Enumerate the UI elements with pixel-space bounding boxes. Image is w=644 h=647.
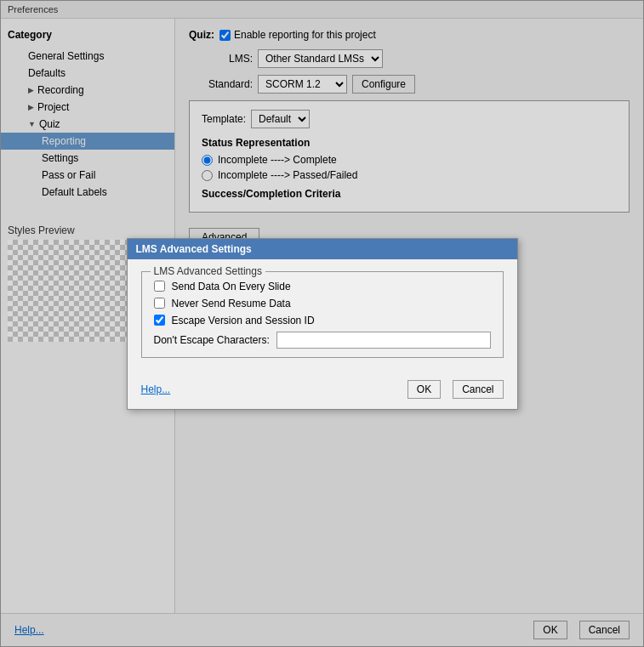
escape-version-row: Escape Version and Session ID: [154, 315, 491, 326]
modal-help-link[interactable]: Help...: [141, 383, 171, 395]
modal-group: LMS Advanced Settings Send Data On Every…: [141, 271, 504, 358]
never-send-resume-label: Never Send Resume Data: [172, 298, 291, 309]
send-data-row: Send Data On Every Slide: [154, 281, 491, 292]
send-data-checkbox[interactable]: [154, 281, 165, 292]
modal-group-title: LMS Advanced Settings: [151, 265, 265, 277]
preferences-window: Preferences Category General Settings De…: [0, 0, 644, 647]
dont-escape-label: Don't Escape Characters:: [154, 334, 270, 346]
dont-escape-row: Don't Escape Characters:: [154, 332, 491, 349]
modal-footer-buttons: OK Cancel: [402, 380, 504, 399]
modal-footer: Help... OK Cancel: [128, 380, 517, 409]
modal-cancel-button[interactable]: Cancel: [453, 380, 503, 399]
modal-title-bar: LMS Advanced Settings: [128, 239, 517, 259]
escape-version-checkbox[interactable]: [154, 315, 165, 326]
send-data-label: Send Data On Every Slide: [172, 281, 291, 292]
never-send-resume-checkbox[interactable]: [154, 298, 165, 309]
escape-version-label: Escape Version and Session ID: [172, 315, 315, 326]
modal-title: LMS Advanced Settings: [136, 243, 252, 255]
modal-overlay: LMS Advanced Settings LMS Advanced Setti…: [0, 0, 644, 647]
modal-body: LMS Advanced Settings Send Data On Every…: [128, 259, 517, 380]
never-send-resume-row: Never Send Resume Data: [154, 298, 491, 309]
lms-advanced-settings-modal: LMS Advanced Settings LMS Advanced Setti…: [127, 238, 518, 410]
modal-ok-button[interactable]: OK: [407, 380, 441, 399]
dont-escape-input[interactable]: [276, 332, 491, 349]
